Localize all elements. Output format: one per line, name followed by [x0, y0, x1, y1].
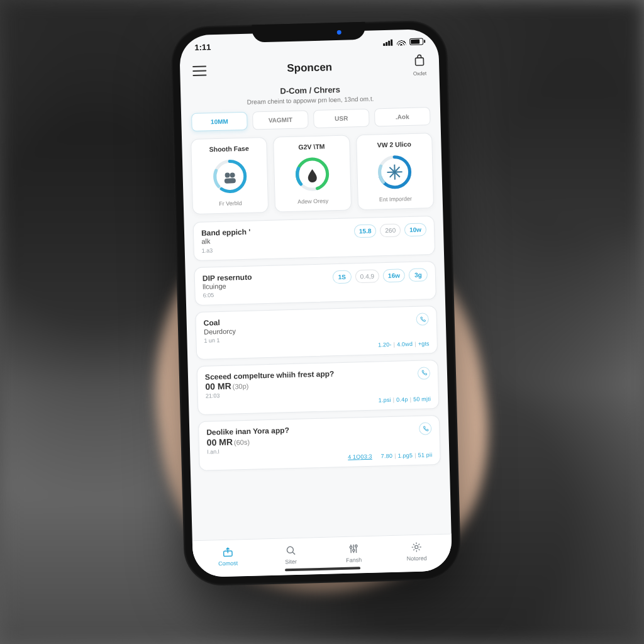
nav-label: Comost: [197, 559, 260, 567]
tab-0[interactable]: 10MM: [191, 112, 248, 131]
value-pill: 260: [380, 223, 401, 237]
svg-point-27: [415, 545, 418, 548]
gauge-dial-icon: [374, 152, 416, 193]
list-row-0[interactable]: Band eppich ' alk 1.a3 15.826010w: [193, 216, 435, 261]
cart-button[interactable]: Oxdet: [413, 53, 427, 77]
gauge-label: Fr Verbld: [198, 199, 264, 208]
status-right: [383, 38, 423, 46]
list-row-4[interactable]: Deolike inan Yora app? 00 MR(60s) I.an.l…: [198, 415, 441, 470]
gauge-row: Shooth Fase Fr Verbld G2V \TM Adew Oresy…: [182, 133, 443, 223]
status-time: 1:11: [194, 42, 211, 52]
upload-icon: [196, 544, 260, 560]
gauge-title: VW 2 Ulico: [362, 140, 427, 149]
svg-point-5: [230, 172, 235, 177]
nav-comost[interactable]: Comost: [196, 544, 260, 567]
gauge-title: Shooth Fase: [196, 144, 262, 153]
svg-line-20: [292, 552, 295, 555]
phone-frame: 1:11 Sponcen Oxdet: [170, 19, 461, 586]
svg-point-24: [350, 546, 352, 548]
cart-icon: [413, 58, 426, 70]
value-pill: 10w: [404, 223, 426, 236]
sparkle-icon: [385, 540, 448, 555]
list-row-3[interactable]: Sceeed compelture whiih frest app? 00 MR…: [197, 360, 440, 415]
wifi-icon: [397, 39, 406, 45]
nav-label: Siter: [260, 558, 323, 566]
phone-icon[interactable]: [418, 367, 431, 380]
phone-notch: [252, 22, 365, 43]
tab-3[interactable]: .Aok: [374, 107, 431, 126]
sliders-icon: [322, 541, 386, 557]
svg-point-26: [355, 545, 357, 547]
app-screen: 1:11 Sponcen Oxdet: [179, 29, 452, 577]
tab-2[interactable]: USR: [313, 109, 370, 128]
pill-group: 15.826010w: [354, 223, 427, 238]
nav-siter[interactable]: Siter: [259, 543, 323, 566]
gauge-label: Ent Imporder: [363, 195, 428, 203]
nav-label: Notored: [386, 555, 448, 563]
value-pill: 16w: [383, 269, 405, 282]
bottom-nav: Comost Siter Fansh Notored: [192, 533, 452, 577]
gauge-card-0[interactable]: Shooth Fase Fr Verbld: [191, 137, 269, 214]
signal-icon: [383, 39, 393, 45]
svg-point-4: [225, 173, 230, 178]
svg-rect-6: [224, 178, 235, 183]
list-row-1[interactable]: DIP resernuto llcuinge 6:05 1S0.4,916w3g: [194, 261, 436, 306]
app-title: Sponcen: [287, 61, 332, 75]
nav-fansh[interactable]: Fansh: [322, 541, 386, 564]
cart-label: Oxdet: [413, 70, 426, 77]
value-pill: 0.4,9: [355, 269, 379, 283]
phone-icon[interactable]: [416, 313, 429, 326]
menu-icon[interactable]: [192, 65, 206, 76]
svg-point-25: [353, 549, 355, 551]
svg-point-19: [287, 547, 293, 553]
tab-1[interactable]: VAGMIT: [252, 110, 309, 130]
gauge-title: G2V \TM: [279, 142, 345, 152]
value-pill: 15.8: [354, 224, 377, 238]
svg-rect-0: [415, 58, 423, 65]
gauge-dial-icon: [292, 153, 333, 195]
gauge-label: Adew Oresy: [280, 197, 346, 206]
data-list: Band eppich ' alk 1.a3 15.826010w DIP re…: [184, 216, 450, 471]
value-pill: 1S: [332, 270, 352, 284]
list-row-2[interactable]: Coal Deurdorcy 1 un 1 1.20-|4.0wd|+gts: [195, 306, 438, 360]
gauge-card-1[interactable]: G2V \TM Adew Oresy: [273, 135, 351, 213]
gauge-dial-icon: [209, 156, 251, 197]
nav-notored[interactable]: Notored: [385, 540, 448, 563]
value-pill: 3g: [409, 268, 428, 282]
battery-icon: [409, 38, 423, 45]
pill-group: 1S0.4,916w3g: [332, 268, 428, 284]
gauge-card-2[interactable]: VW 2 Ulico Ent Imporder: [356, 133, 434, 210]
search-icon: [259, 543, 323, 558]
nav-label: Fansh: [323, 556, 386, 564]
phone-icon[interactable]: [419, 422, 432, 435]
